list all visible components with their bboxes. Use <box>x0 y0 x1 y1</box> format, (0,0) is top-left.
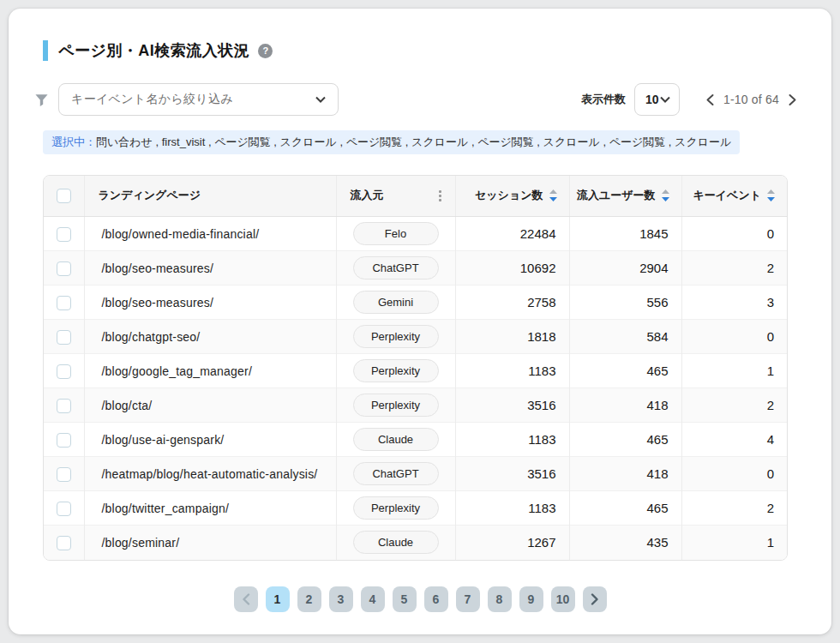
row-checkbox[interactable] <box>57 536 71 550</box>
key-events-cell: 2 <box>681 388 787 423</box>
column-header-key-events: キーイベント <box>693 188 761 203</box>
key-events-cell: 3 <box>681 285 787 320</box>
sessions-cell: 1818 <box>455 320 569 354</box>
pagination-page-button-2[interactable]: 2 <box>297 586 321 612</box>
selected-items: 問い合わせ , first_visit , ページ閲覧 , スクロール , ペー… <box>96 135 731 148</box>
selected-filters-bar: 選択中：問い合わせ , first_visit , ページ閲覧 , スクロール … <box>43 130 740 154</box>
page-title: ページ別・AI検索流入状況 <box>58 40 249 61</box>
row-checkbox[interactable] <box>57 296 71 310</box>
source-badge: Perplexity <box>353 394 439 417</box>
row-checkbox[interactable] <box>57 433 71 448</box>
chevron-right-icon <box>591 593 599 605</box>
users-cell: 2904 <box>569 251 681 285</box>
table-row: /blog/seo-measures/ ChatGPT 10692 2904 2 <box>44 251 787 285</box>
pagination-prev-button[interactable] <box>234 586 258 612</box>
row-checkbox[interactable] <box>57 261 71 276</box>
landing-page-cell: /blog/google_tag_manager/ <box>84 354 336 388</box>
sessions-cell: 2758 <box>455 285 569 320</box>
key-events-cell: 0 <box>681 320 787 354</box>
toolbar: キーイベント名から絞り込み 表示件数 10 1-10 of 64 <box>34 83 797 116</box>
range-pager: 1-10 of 64 <box>705 93 797 106</box>
column-header-source: 流入元 <box>351 188 384 203</box>
users-cell: 584 <box>569 320 681 354</box>
selected-label: 選択中： <box>51 135 96 148</box>
column-header-landing-page: ランディングページ <box>99 188 201 203</box>
landing-page-cell: /blog/chatgpt-seo/ <box>84 320 336 354</box>
key-events-cell: 0 <box>681 217 787 251</box>
page-size-value: 10 <box>645 93 659 106</box>
sessions-cell: 3516 <box>455 457 569 491</box>
row-checkbox[interactable] <box>57 467 71 482</box>
chevron-left-icon[interactable] <box>705 93 715 106</box>
source-badge: Felo <box>353 222 439 245</box>
table-row: /blog/owned-media-financial/ Felo 22484 … <box>44 217 787 251</box>
filter-placeholder: キーイベント名から絞り込み <box>71 92 315 107</box>
sessions-cell: 22484 <box>455 217 569 251</box>
select-all-checkbox[interactable] <box>57 189 71 203</box>
sort-icon[interactable] <box>662 189 669 201</box>
pagination-page-button-7[interactable]: 7 <box>456 586 480 612</box>
table-body: /blog/owned-media-financial/ Felo 22484 … <box>44 217 787 560</box>
report-card: ページ別・AI検索流入状況 ? キーイベント名から絞り込み 表示件数 10 1-… <box>9 9 831 634</box>
landing-page-cell: /blog/use-ai-genspark/ <box>84 423 336 457</box>
key-events-cell: 1 <box>681 354 787 388</box>
row-checkbox[interactable] <box>57 364 71 379</box>
users-cell: 418 <box>569 388 681 423</box>
table-row: /heatmap/blog/heat-automatic-analysis/ C… <box>44 457 787 491</box>
row-checkbox[interactable] <box>57 502 71 516</box>
table-row: /blog/twitter_campaign/ Perplexity 1183 … <box>44 491 787 526</box>
key-events-cell: 4 <box>681 423 787 457</box>
source-badge: ChatGPT <box>353 256 439 279</box>
column-header-sessions: セッション数 <box>475 188 543 203</box>
source-badge: Perplexity <box>353 359 439 382</box>
chevron-right-icon[interactable] <box>788 93 797 106</box>
range-text: 1-10 of 64 <box>723 93 779 106</box>
column-menu-kebab-icon[interactable] <box>437 189 443 203</box>
row-checkbox[interactable] <box>57 399 71 413</box>
sort-icon[interactable] <box>767 189 775 201</box>
key-events-cell: 2 <box>681 251 787 285</box>
users-cell: 1845 <box>569 217 681 251</box>
pagination-page-button-3[interactable]: 3 <box>329 586 353 612</box>
sessions-cell: 10692 <box>455 251 569 285</box>
pagination-page-button-10[interactable]: 10 <box>551 586 575 612</box>
source-badge: Perplexity <box>353 325 439 348</box>
key-events-cell: 0 <box>681 457 787 491</box>
landing-page-cell: /blog/owned-media-financial/ <box>84 217 336 251</box>
table-row: /blog/chatgpt-seo/ Perplexity 1818 584 0 <box>44 320 787 354</box>
pagination-page-button-5[interactable]: 5 <box>393 586 417 612</box>
sessions-cell: 3516 <box>455 388 569 423</box>
help-icon[interactable]: ? <box>258 44 273 58</box>
sessions-cell: 1183 <box>455 423 569 457</box>
row-checkbox[interactable] <box>57 227 71 242</box>
page-size-select[interactable]: 10 <box>634 83 680 116</box>
landing-page-cell: /blog/seo-measures/ <box>84 251 336 285</box>
pagination-page-button-1[interactable]: 1 <box>266 586 290 612</box>
chevron-down-icon <box>315 96 326 103</box>
landing-page-cell: /blog/seo-measures/ <box>84 285 336 320</box>
pagination-page-button-6[interactable]: 6 <box>424 586 448 612</box>
sort-icon[interactable] <box>549 189 557 201</box>
pagination-next-button[interactable] <box>583 586 607 612</box>
toolbar-right: 表示件数 10 1-10 of 64 <box>581 83 797 116</box>
pagination-page-button-8[interactable]: 8 <box>488 586 512 612</box>
source-badge: Claude <box>353 531 439 554</box>
table-row: /blog/google_tag_manager/ Perplexity 118… <box>44 354 787 388</box>
landing-page-cell: /heatmap/blog/heat-automatic-analysis/ <box>84 457 336 491</box>
key-event-filter-select[interactable]: キーイベント名から絞り込み <box>58 83 339 116</box>
table-row: /blog/seminar/ Claude 1267 435 1 <box>44 526 787 560</box>
users-cell: 418 <box>569 457 681 491</box>
key-events-cell: 1 <box>681 526 787 560</box>
pagination-page-button-4[interactable]: 4 <box>361 586 385 612</box>
source-badge: Perplexity <box>353 496 439 520</box>
row-checkbox[interactable] <box>57 330 71 345</box>
sessions-cell: 1267 <box>455 526 569 560</box>
table-row: /blog/use-ai-genspark/ Claude 1183 465 4 <box>44 423 787 457</box>
page-size-label: 表示件数 <box>581 92 626 107</box>
users-cell: 465 <box>569 423 681 457</box>
chevron-down-icon <box>660 96 670 103</box>
sessions-cell: 1183 <box>455 491 569 526</box>
accent-bar <box>43 40 48 61</box>
pagination-page-button-9[interactable]: 9 <box>519 586 543 612</box>
table-row: /blog/seo-measures/ Gemini 2758 556 3 <box>44 285 787 320</box>
